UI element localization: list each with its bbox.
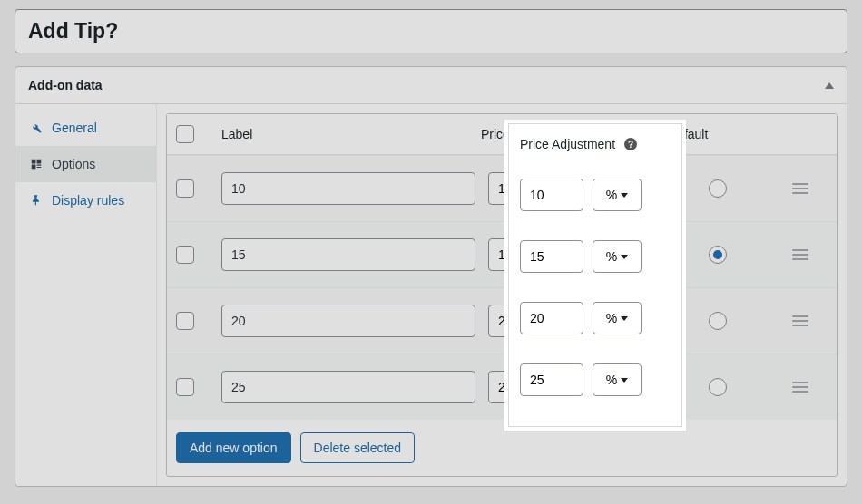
default-radio[interactable] <box>709 378 727 396</box>
label-input[interactable] <box>221 371 475 403</box>
table-row: % <box>167 221 837 287</box>
sidebar-item-display-rules[interactable]: Display rules <box>15 182 156 218</box>
price-adjustment-highlight: Price Adjustment ? % % % % <box>508 123 682 427</box>
table-header-row: Label Price Adjustment ? Default <box>167 114 837 155</box>
table-row: % <box>167 287 837 354</box>
addon-title-input[interactable] <box>15 9 847 53</box>
table-footer: Add new option Delete selected <box>167 420 837 476</box>
select-all-checkbox[interactable] <box>176 125 194 143</box>
unit-select[interactable]: % <box>593 240 642 273</box>
price-input[interactable] <box>520 302 583 334</box>
drag-handle-icon[interactable] <box>773 382 828 393</box>
wrench-icon <box>30 121 43 134</box>
price-input[interactable] <box>520 240 583 273</box>
row-checkbox[interactable] <box>176 312 194 330</box>
addon-data-panel: Add-on data General Options Display ru <box>15 66 847 487</box>
drag-handle-icon[interactable] <box>773 249 828 260</box>
panel-header[interactable]: Add-on data <box>15 67 847 104</box>
label-input[interactable] <box>221 238 475 271</box>
label-input[interactable] <box>221 172 475 205</box>
label-header: Label <box>221 127 475 141</box>
row-checkbox[interactable] <box>176 179 194 198</box>
price-header-highlight: Price Adjustment ? <box>518 131 672 164</box>
unit-select[interactable]: % <box>593 363 642 396</box>
unit-select[interactable]: % <box>593 302 642 334</box>
table-row: % <box>167 155 837 221</box>
options-main: Label Price Adjustment ? Default <box>157 104 847 486</box>
drag-handle-icon[interactable] <box>773 315 828 326</box>
panel-collapse-caret-icon[interactable] <box>825 82 834 89</box>
options-table: Label Price Adjustment ? Default <box>166 113 838 477</box>
sidebar-item-general[interactable]: General <box>15 110 156 146</box>
chevron-down-icon <box>621 193 628 198</box>
panel-title: Add-on data <box>28 78 103 92</box>
chevron-down-icon <box>621 255 628 259</box>
drag-handle-icon[interactable] <box>773 183 828 194</box>
default-radio[interactable] <box>709 246 727 264</box>
chevron-down-icon <box>621 316 628 321</box>
price-input[interactable] <box>520 179 583 211</box>
sidebar-item-label: Options <box>52 157 95 171</box>
price-input[interactable] <box>520 363 583 396</box>
panel-sidebar: General Options Display rules <box>15 104 157 486</box>
sidebar-item-label: Display rules <box>52 193 124 208</box>
unit-select[interactable]: % <box>593 179 642 211</box>
row-checkbox[interactable] <box>176 246 194 264</box>
default-header: Default <box>668 127 768 141</box>
help-icon[interactable]: ? <box>624 138 637 150</box>
list-box-icon <box>30 158 43 170</box>
label-input[interactable] <box>221 305 475 337</box>
sidebar-item-label: General <box>52 121 97 135</box>
row-checkbox[interactable] <box>176 378 194 396</box>
sidebar-item-options[interactable]: Options <box>15 146 156 182</box>
delete-selected-button[interactable]: Delete selected <box>300 432 416 463</box>
default-radio[interactable] <box>709 179 727 198</box>
default-radio[interactable] <box>709 312 727 330</box>
add-new-option-button[interactable]: Add new option <box>176 432 291 463</box>
chevron-down-icon <box>621 378 628 383</box>
pin-icon <box>30 194 43 207</box>
table-row: % <box>167 354 837 420</box>
